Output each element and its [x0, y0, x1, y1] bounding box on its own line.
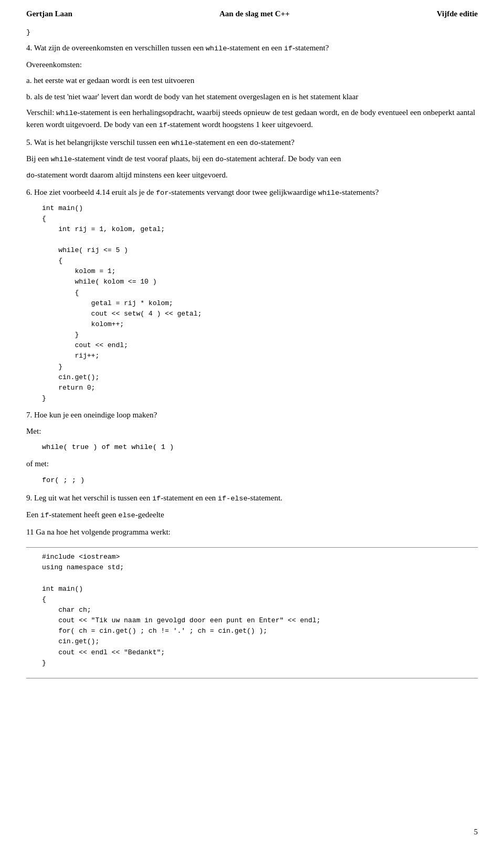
q5-question: 5. Wat is het belangrijkste verschil tus… — [26, 137, 478, 149]
code-divider — [26, 547, 478, 548]
page-header: Gertjan Laan Aan de slag met C++ Vijfde … — [26, 9, 478, 20]
q4-verschil: Verschil: while-statement is een herhali… — [26, 107, 478, 131]
q4-question: 4. Wat zijn de overeenkomsten en verschi… — [26, 42, 478, 54]
q7-question: 7. Hoe kun je een oneindige loop maken? — [26, 409, 478, 421]
header-author: Gertjan Laan — [26, 9, 72, 18]
page-number: 5 — [474, 828, 478, 836]
question-6: 6. Hoe ziet voorbeeld 4.14 eruit als je … — [26, 186, 478, 404]
question-4: 4. Wat zijn de overeenkomsten en verschi… — [26, 42, 478, 131]
q6-code: int main() { int rij = 1, kolom, getal; … — [42, 203, 478, 404]
q7-of-met2: of met: — [26, 458, 478, 470]
page: Gertjan Laan Aan de slag met C++ Vijfde … — [0, 0, 504, 847]
q9-question: 9. Leg uit wat het verschil is tussen ee… — [26, 492, 478, 504]
q9-answer: Een if-statement heeft geen else-gedeelt… — [26, 509, 478, 521]
q11-code: #include <iostream> using namespace std;… — [42, 552, 478, 668]
header-edition: Vijfde editie — [437, 9, 478, 18]
question-5: 5. Wat is het belangrijkste verschil tus… — [26, 137, 478, 182]
q5-answer-1: Bij een while-statement vindt de test vo… — [26, 153, 478, 165]
q11-question: 11 Ga na hoe het volgende programma werk… — [26, 526, 478, 538]
q4-answer-label: Overeenkomsten: — [26, 59, 478, 71]
page-content: } 4. Wat zijn de overeenkomsten en versc… — [26, 26, 478, 678]
code-divider-bottom — [26, 678, 478, 678]
q7-answer-met: Met: — [26, 425, 478, 437]
q4-answer-b: b. als de test 'niet waar' levert dan wo… — [26, 91, 478, 103]
q7-while-true-line: while( true ) of met while( 1 ) — [42, 441, 478, 454]
opening-brace: } — [26, 26, 478, 38]
q7-for-line: for( ; ; ) — [42, 474, 478, 487]
header-title: Aan de slag met C++ — [219, 9, 290, 18]
q4-answer-a: a. het eerste wat er gedaan wordt is een… — [26, 75, 478, 87]
q6-question: 6. Hoe ziet voorbeeld 4.14 eruit als je … — [26, 186, 478, 198]
q5-answer-2: do-statement wordt daarom altijd minsten… — [26, 169, 478, 181]
question-11: 11 Ga na hoe het volgende programma werk… — [26, 526, 478, 678]
question-7: 7. Hoe kun je een oneindige loop maken? … — [26, 409, 478, 487]
question-9: 9. Leg uit wat het verschil is tussen ee… — [26, 492, 478, 521]
